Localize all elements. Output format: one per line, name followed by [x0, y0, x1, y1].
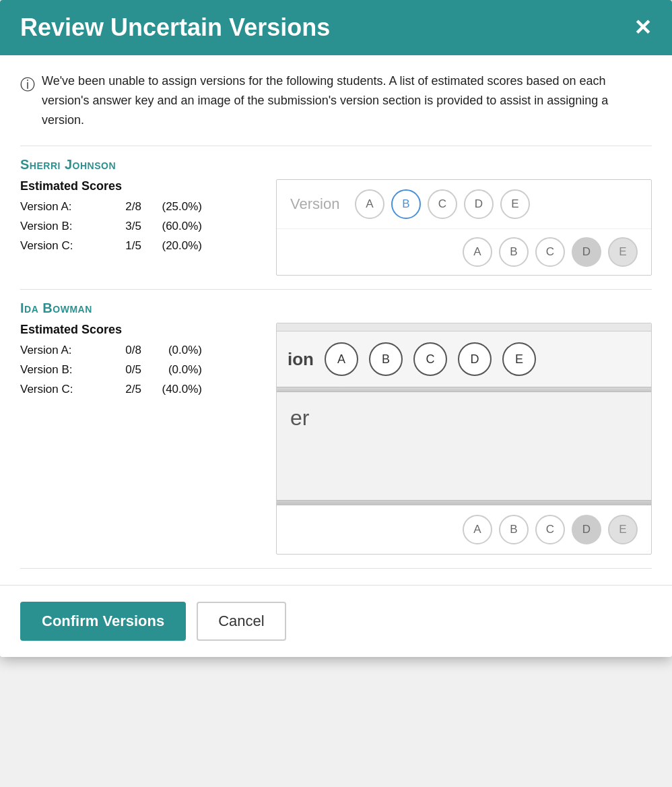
student-content-ida: Estimated Scores Version A: 0/8 (0.0%) V…	[20, 323, 652, 555]
select-circle-A-ida[interactable]: A	[463, 515, 492, 544]
score-pct-a: (25.0%)	[141, 197, 202, 217]
header-circle-B: B	[391, 189, 421, 219]
score-ida-version-b: Version B:	[20, 360, 101, 380]
sherri-header-circles: A B C D E	[355, 189, 530, 219]
info-banner: ⓘ We've been unable to assign versions f…	[20, 71, 652, 129]
score-ida-version-c: Version C:	[20, 380, 101, 400]
score-row-c-sherri: Version C: 1/5 (20.0%)	[20, 237, 276, 256]
score-fraction-b: 3/5	[101, 217, 141, 237]
header-circle-D: D	[464, 189, 494, 219]
scan-circle-A: A	[325, 342, 358, 376]
score-row-a-ida: Version A: 0/8 (0.0%)	[20, 341, 276, 360]
scan-top-line	[277, 323, 651, 332]
sherri-selection-row: A B C D E	[277, 229, 651, 275]
select-circle-E-ida[interactable]: E	[608, 515, 638, 544]
header-circle-C: C	[428, 189, 457, 219]
scan-bottom-line	[277, 500, 651, 505]
student-section-sherri: Sherri Johnson Estimated Scores Version …	[20, 146, 652, 290]
score-version-a: Version A:	[20, 197, 101, 217]
student-name-ida: Ida Bowman	[20, 301, 652, 316]
image-panel-sherri: Version A B C D E A B C	[276, 179, 652, 276]
score-ida-version-a: Version A:	[20, 341, 101, 360]
scores-label-sherri: Estimated Scores	[20, 179, 276, 193]
modal-footer: Confirm Versions Cancel	[0, 585, 672, 657]
select-circle-B-ida[interactable]: B	[499, 515, 529, 544]
select-circle-D-sherri[interactable]: D	[572, 237, 601, 267]
sherri-select-circles: A B C D E	[463, 237, 638, 267]
version-label: Version	[290, 195, 344, 213]
select-circle-C-sherri[interactable]: C	[535, 237, 565, 267]
modal-header: Review Uncertain Versions ✕	[0, 0, 672, 55]
score-ida-pct-b: (0.0%)	[141, 360, 202, 380]
sherri-version-header: Version A B C D E	[277, 180, 651, 229]
score-ida-pct-a: (0.0%)	[141, 341, 202, 360]
score-fraction-c: 1/5	[101, 237, 141, 256]
header-circle-A: A	[355, 189, 384, 219]
select-circle-E-sherri[interactable]: E	[608, 237, 638, 267]
scan-circle-B: B	[369, 342, 403, 376]
score-ida-pct-c: (40.0%)	[141, 380, 202, 400]
score-ida-fraction-b: 0/5	[101, 360, 141, 380]
scan-body: er	[277, 392, 651, 500]
modal-container: Review Uncertain Versions ✕ ⓘ We've been…	[0, 0, 672, 657]
student-content-sherri: Estimated Scores Version A: 2/8 (25.0%) …	[20, 179, 652, 276]
score-version-c: Version C:	[20, 237, 101, 256]
student-section-ida: Ida Bowman Estimated Scores Version A: 0…	[20, 290, 652, 569]
scores-label-ida: Estimated Scores	[20, 323, 276, 337]
ida-selection-row: A B C D E	[277, 505, 651, 554]
header-circle-E: E	[500, 189, 530, 219]
select-circle-D-ida[interactable]: D	[572, 515, 601, 544]
close-button[interactable]: ✕	[634, 17, 652, 38]
score-pct-c: (20.0%)	[141, 237, 202, 256]
score-row-b-sherri: Version B: 3/5 (60.0%)	[20, 217, 276, 237]
score-ida-fraction-a: 0/8	[101, 341, 141, 360]
confirm-versions-button[interactable]: Confirm Versions	[20, 602, 186, 641]
score-version-b: Version B:	[20, 217, 101, 237]
score-row-a-sherri: Version A: 2/8 (25.0%)	[20, 197, 276, 217]
scan-circle-C: C	[413, 342, 447, 376]
info-icon: ⓘ	[20, 73, 35, 96]
scan-bottom-text: er	[290, 406, 309, 431]
score-pct-b: (60.0%)	[141, 217, 202, 237]
score-row-b-ida: Version B: 0/5 (0.0%)	[20, 360, 276, 380]
image-panel-ida: ion A B C D E er A B	[276, 323, 652, 555]
scores-panel-ida: Estimated Scores Version A: 0/8 (0.0%) V…	[20, 323, 276, 400]
select-circle-C-ida[interactable]: C	[535, 515, 565, 544]
student-name-sherri: Sherri Johnson	[20, 157, 652, 172]
score-row-c-ida: Version C: 2/5 (40.0%)	[20, 380, 276, 400]
scan-word-ion: ion	[288, 349, 314, 370]
scan-circles-ida: ion A B C D E	[277, 332, 651, 387]
score-ida-fraction-c: 2/5	[101, 380, 141, 400]
score-fraction-a: 2/8	[101, 197, 141, 217]
modal-body: ⓘ We've been unable to assign versions f…	[0, 55, 672, 585]
modal-title: Review Uncertain Versions	[20, 13, 330, 42]
select-circle-B-sherri[interactable]: B	[499, 237, 529, 267]
cancel-button[interactable]: Cancel	[197, 602, 285, 641]
info-text: We've been unable to assign versions for…	[42, 71, 652, 129]
select-circle-A-sherri[interactable]: A	[463, 237, 492, 267]
scores-panel-sherri: Estimated Scores Version A: 2/8 (25.0%) …	[20, 179, 276, 256]
scan-circle-E: E	[502, 342, 536, 376]
scan-circle-D: D	[458, 342, 492, 376]
scan-divider	[277, 387, 651, 392]
